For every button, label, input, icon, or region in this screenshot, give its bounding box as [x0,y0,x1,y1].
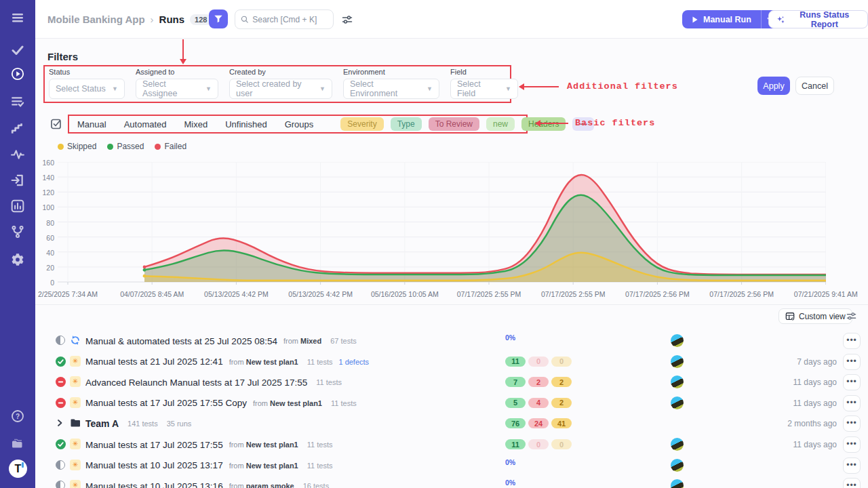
passed-count-badge: 11 [505,439,526,449]
failed-count-badge: 4 [528,398,549,408]
import-icon[interactable] [9,172,26,188]
chevron-right-icon[interactable] [56,419,64,427]
run-row[interactable]: ✳︎Advanced Relaunch Manual tests at 17 J… [35,372,868,392]
run-title[interactable]: Manual tests at 10 Jul 2025 13:16 [85,481,223,488]
run-title[interactable]: Manual tests at 10 Jul 2025 13:17 [85,460,223,470]
avatar [671,479,684,488]
row-menu-button[interactable]: ••• [843,374,861,390]
analytics-icon[interactable] [9,198,26,214]
manual-run-button[interactable]: Manual Run [682,10,761,28]
run-source: Mixed [300,337,321,345]
filter-select[interactable]: Select Environment ▼ [343,79,439,99]
runs-status-report-label: Runs Status Report [789,10,860,29]
tests-check-icon[interactable] [9,42,26,58]
folder-row[interactable]: Team A 141 tests 35 runs7624412 months a… [35,413,868,434]
row-menu-button[interactable]: ••• [843,333,861,349]
cancel-button[interactable]: Cancel [795,77,834,95]
skipped-count-badge: 0 [551,357,572,367]
basic-filter-tag-to-review[interactable]: To Review [429,117,479,131]
manual-spark-icon: ✳︎ [70,460,81,470]
steps-icon[interactable] [9,121,26,137]
basic-filter-tab-mixed[interactable]: Mixed [184,119,208,129]
annotation-box-basic-filters: ManualAutomatedMixedUnfinishedGroups Sev… [68,115,528,134]
chevron-down-icon: ▼ [205,85,212,92]
filter-select[interactable]: Select Status ▼ [49,79,125,99]
filter-placeholder: Select Assignee [142,79,200,98]
basic-filter-tag-new[interactable]: new [486,117,515,131]
apply-button[interactable]: Apply [757,77,790,95]
custom-view-button[interactable]: Custom view [778,308,852,324]
run-row[interactable]: ✳︎Manual tests at 17 Jul 2025 17:55from … [35,434,868,455]
row-menu-button[interactable]: ••• [843,436,861,453]
failed-count-badge: 2 [528,377,549,387]
breadcrumb-project[interactable]: Mobile Banking App [47,14,145,25]
view-settings-icon[interactable] [846,311,856,321]
filter-select[interactable]: Select Field ▼ [450,79,518,99]
run-title[interactable]: Manual & automated tests at 25 Jul 2025 … [85,336,277,346]
basic-filter-tab-manual[interactable]: Manual [77,119,106,129]
row-menu-button[interactable]: ••• [843,478,861,488]
from-label: from param smoke [229,482,294,488]
run-time: 11 days ago [793,399,837,408]
search-box[interactable] [235,9,334,29]
manual-spark-icon: ✳︎ [70,356,81,367]
basic-filter-tag-headers[interactable]: Headers [521,117,566,131]
bulk-edit-icon[interactable] [50,118,62,130]
hamburger-menu-icon[interactable] [9,9,26,26]
row-menu-button[interactable]: ••• [843,458,861,474]
run-row[interactable]: ✳︎Manual tests at 10 Jul 2025 13:16from … [35,476,868,488]
runs-count: 35 runs [167,420,192,428]
branch-icon[interactable] [9,224,26,240]
legend-item-passed[interactable]: Passed [107,142,144,151]
help-icon[interactable]: ? [9,408,26,424]
topbar: Mobile Banking App › Runs 128 Manual Run… [35,0,868,39]
manual-spark-icon: ✳︎ [70,397,81,408]
activity-pulse-icon[interactable] [9,146,26,163]
defects-link[interactable]: 1 defects [338,358,369,366]
test-plans-icon[interactable] [9,94,26,110]
basic-filter-tab-unfinished[interactable]: Unfinished [225,119,267,129]
run-row[interactable]: Manual & automated tests at 25 Jul 2025 … [35,331,868,351]
run-title[interactable]: Manual tests at 21 Jul 2025 12:41 [85,357,223,367]
status-passed-icon [56,357,66,367]
run-title[interactable]: Advanced Relaunch Manual tests at 17 Jul… [85,378,307,388]
app-logo[interactable]: T [9,460,27,478]
filter-funnel-button[interactable] [209,9,228,28]
x-axis-tick: 07/17/2025 2:56 PM [709,290,774,298]
annotation-basic-filters: Basic filters [575,118,655,128]
group-title[interactable]: Team A [85,418,119,429]
runs-status-report-button[interactable]: Runs Status Report [768,10,868,28]
sparkles-icon [776,15,785,24]
run-title[interactable]: Manual tests at 17 Jul 2025 17:55 [85,440,223,450]
run-row[interactable]: ✳︎Manual tests at 17 Jul 2025 17:55 Copy… [35,393,868,413]
x-axis-tick: 07/17/2025 2:55 PM [541,290,606,298]
run-source: New test plan1 [246,441,298,449]
row-menu-button[interactable]: ••• [843,415,861,432]
row-menu-button[interactable]: ••• [843,354,861,370]
settings-gear-icon[interactable] [9,251,26,268]
basic-filter-tab-automated[interactable]: Automated [124,119,167,129]
automated-sync-icon [70,335,81,346]
legend-item-failed[interactable]: Failed [155,142,186,151]
filter-label: Environment [343,68,439,76]
basic-filter-tag-severity[interactable]: Severity [340,117,383,131]
x-axis-tick: 05/13/2025 4:42 PM [288,290,353,298]
legend-item-skipped[interactable]: Skipped [58,142,96,151]
search-input[interactable] [252,15,328,24]
filter-field-created-by: Created by Select created by user ▼ [229,68,332,99]
runs-play-icon[interactable] [9,66,26,82]
basic-filter-tag-type[interactable]: Type [391,117,422,131]
filter-select[interactable]: Select Assignee ▼ [136,79,218,99]
status-failed-icon [56,398,66,408]
run-row[interactable]: ✳︎Manual tests at 21 Jul 2025 12:41from … [35,352,868,372]
basic-filter-tab-groups[interactable]: Groups [285,119,314,129]
run-row[interactable]: ✳︎Manual tests at 10 Jul 2025 13:17from … [35,455,868,476]
row-menu-button[interactable]: ••• [843,395,861,411]
passed-count-badge: 7 [505,377,526,387]
search-settings-icon[interactable] [342,14,353,25]
status-in-progress-icon [56,481,65,488]
run-title[interactable]: Manual tests at 17 Jul 2025 17:55 Copy [85,398,247,408]
status-in-progress-icon [56,336,65,345]
filter-select[interactable]: Select created by user ▼ [229,79,332,99]
projects-folder-icon[interactable] [9,435,26,451]
